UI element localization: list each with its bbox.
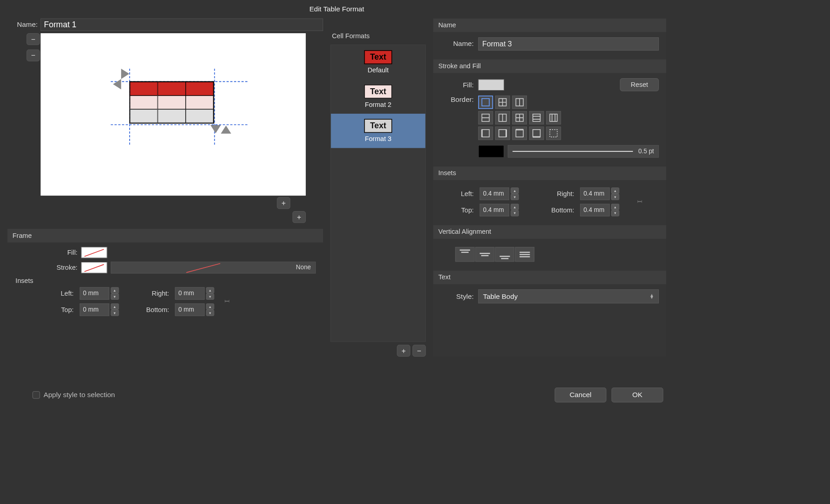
link-insets-icon[interactable]: ⎶ — [634, 198, 645, 207]
border-grid2-button[interactable] — [495, 111, 510, 124]
spinner-down-icon[interactable]: ▼ — [111, 293, 119, 300]
border-grid1-button[interactable] — [478, 111, 493, 124]
ok-button[interactable]: OK — [612, 388, 663, 402]
cell-format-item-format2[interactable]: Text Format 2 — [331, 79, 425, 113]
frame-bottom-field[interactable]: ▲▼ — [175, 303, 216, 316]
spinner-down-icon[interactable]: ▼ — [206, 310, 214, 316]
frame-header: Frame — [7, 229, 323, 242]
border-grid5-button[interactable] — [546, 111, 561, 124]
apply-style-label: Apply style to selection — [44, 391, 115, 399]
border-all-button[interactable] — [478, 96, 493, 109]
valign-middle-button[interactable] — [475, 247, 494, 262]
frame-right-field[interactable]: ▲▼ — [175, 287, 216, 300]
spinner-down-icon[interactable]: ▼ — [611, 210, 619, 217]
add-row-button[interactable]: + — [277, 197, 290, 209]
name-label: Name: — [7, 20, 38, 29]
spinner-down-icon[interactable]: ▼ — [511, 194, 519, 200]
apply-style-checkbox[interactable]: Apply style to selection — [32, 391, 115, 399]
frame-fill-label: Fill: — [15, 249, 77, 257]
border-inner-button[interactable] — [512, 96, 527, 109]
valign-justify-button[interactable] — [515, 247, 534, 262]
frame-top-field[interactable]: ▲▼ — [80, 303, 120, 316]
border-bottom-button[interactable] — [529, 126, 544, 140]
frame-stroke-label: Stroke: — [15, 264, 77, 272]
border-grid3-button[interactable] — [512, 111, 527, 124]
frame-top-label: Top: — [40, 306, 74, 313]
format-caption: Format 2 — [331, 101, 425, 109]
frame-top-input[interactable] — [80, 303, 109, 316]
format-chip: Text — [364, 119, 392, 133]
valign-top-button[interactable] — [455, 247, 475, 262]
border-weight-value: 0.5 pt — [638, 148, 654, 155]
stroke-fill-header: Stroke and Fill — [433, 60, 666, 73]
right-name-header: Name — [433, 19, 666, 32]
right-right-input[interactable] — [580, 187, 610, 200]
valign-bottom-button[interactable] — [495, 247, 514, 262]
border-weight-dropdown[interactable]: 0.5 pt — [508, 145, 659, 158]
cell-format-item-default[interactable]: Text Default — [331, 45, 425, 79]
format-chip: Text — [364, 50, 392, 64]
reset-button[interactable]: Reset — [620, 78, 658, 91]
table-preview[interactable] — [40, 33, 306, 196]
spinner-up-icon[interactable]: ▲ — [111, 303, 119, 310]
spinner-up-icon[interactable]: ▲ — [206, 303, 214, 310]
right-bottom-label: Bottom: — [534, 206, 574, 214]
svg-rect-21 — [499, 130, 506, 137]
right-fill-swatch[interactable] — [478, 79, 504, 90]
cell-format-item-format3[interactable]: Text Format 3 — [331, 114, 425, 148]
cell-formats-title: Cell Formats — [332, 32, 426, 40]
frame-stroke-swatch[interactable] — [81, 262, 107, 273]
spinner-up-icon[interactable]: ▲ — [611, 187, 619, 194]
right-fill-label: Fill: — [440, 81, 474, 89]
remove-col-button[interactable]: − — [26, 33, 40, 45]
cell-formats-list: Text Default Text Format 2 Text Format 3 — [330, 45, 425, 342]
frame-left-field[interactable]: ▲▼ — [80, 287, 120, 300]
spinner-up-icon[interactable]: ▲ — [511, 187, 519, 194]
spinner-up-icon[interactable]: ▲ — [206, 287, 214, 293]
frame-stroke-style[interactable]: None — [111, 262, 315, 273]
spinner-down-icon[interactable]: ▼ — [611, 194, 619, 200]
spinner-down-icon[interactable]: ▼ — [206, 293, 214, 300]
link-insets-icon[interactable]: ⎶ — [222, 297, 233, 306]
right-top-input[interactable] — [480, 204, 509, 217]
right-bottom-field[interactable]: ▲▼ — [580, 204, 628, 217]
text-style-select[interactable]: Table Body ▲▼ — [478, 289, 659, 303]
text-header: Text — [433, 271, 666, 284]
dialog-title: Edit Table Format — [0, 0, 673, 19]
right-right-field[interactable]: ▲▼ — [580, 187, 628, 200]
frame-left-input[interactable] — [80, 287, 109, 300]
right-right-label: Right: — [534, 190, 574, 198]
border-left-button[interactable] — [478, 126, 493, 140]
border-grid4-button[interactable] — [529, 111, 544, 124]
spinner-down-icon[interactable]: ▼ — [111, 310, 119, 316]
svg-rect-25 — [533, 130, 540, 137]
border-label: Border: — [440, 96, 474, 104]
border-outer-button[interactable] — [495, 96, 510, 109]
format-name-input[interactable] — [40, 19, 323, 31]
add-col-button[interactable]: + — [293, 211, 306, 223]
border-top-button[interactable] — [512, 126, 527, 140]
frame-right-input[interactable] — [175, 287, 205, 300]
spinner-down-icon[interactable]: ▼ — [511, 210, 519, 217]
remove-row-button[interactable]: − — [26, 50, 40, 61]
frame-fill-swatch[interactable] — [81, 247, 107, 258]
format-caption: Default — [331, 66, 425, 74]
remove-format-button[interactable]: − — [412, 345, 425, 357]
add-format-button[interactable]: + — [397, 345, 410, 357]
border-none-button[interactable] — [546, 126, 561, 140]
svg-rect-0 — [482, 99, 489, 106]
spinner-up-icon[interactable]: ▲ — [611, 204, 619, 210]
right-left-field[interactable]: ▲▼ — [480, 187, 527, 200]
cell-format-name-input[interactable] — [478, 37, 659, 50]
right-top-field[interactable]: ▲▼ — [480, 204, 527, 217]
spinner-up-icon[interactable]: ▲ — [511, 204, 519, 210]
right-bottom-input[interactable] — [580, 204, 610, 217]
right-left-label: Left: — [440, 190, 474, 198]
cancel-button[interactable]: Cancel — [555, 388, 607, 402]
frame-bottom-label: Bottom: — [126, 306, 169, 313]
frame-bottom-input[interactable] — [175, 303, 205, 316]
border-color-swatch[interactable] — [478, 145, 504, 158]
right-left-input[interactable] — [480, 187, 509, 200]
border-right-button[interactable] — [495, 126, 510, 140]
spinner-up-icon[interactable]: ▲ — [111, 287, 119, 293]
